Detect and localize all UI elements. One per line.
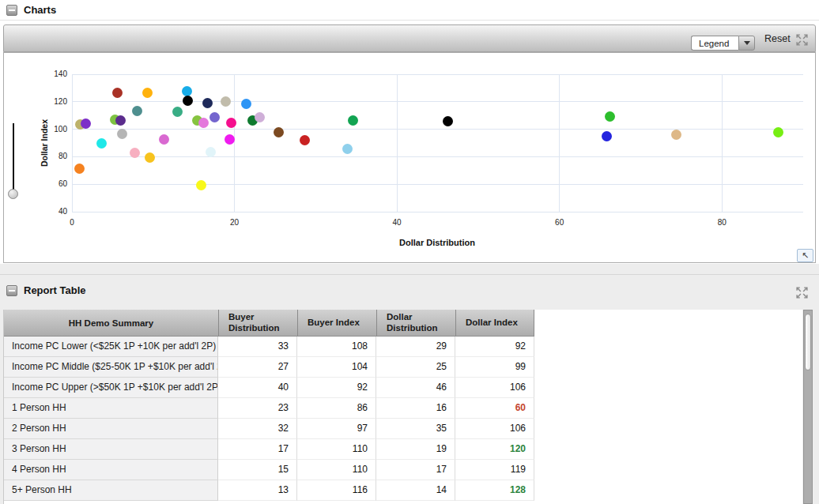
scatter-point[interactable] bbox=[74, 164, 85, 174]
y-tick-label: 60 bbox=[39, 179, 67, 188]
scatter-point[interactable] bbox=[221, 96, 231, 107]
scatter-point[interactable] bbox=[112, 88, 123, 98]
h-gridline bbox=[72, 184, 803, 185]
value-cell: 40 bbox=[218, 378, 297, 398]
scatter-point[interactable] bbox=[132, 106, 142, 116]
scatter-point[interactable] bbox=[443, 116, 453, 126]
report-table-title: Report Table bbox=[24, 284, 86, 296]
scatter-point[interactable] bbox=[81, 118, 91, 129]
table-row[interactable]: 1 Person HH23861660 bbox=[4, 398, 534, 419]
legend-dropdown-button[interactable] bbox=[738, 36, 755, 51]
value-cell: 128 bbox=[455, 480, 534, 501]
x-tick-label: 0 bbox=[56, 218, 88, 227]
scatter-point[interactable] bbox=[130, 148, 140, 158]
value-cell: 13 bbox=[218, 480, 297, 501]
maximize-chart-icon[interactable] bbox=[795, 33, 809, 47]
value-cell: 110 bbox=[297, 439, 376, 460]
table-row[interactable]: 4 Person HH1511017119 bbox=[4, 460, 534, 480]
zoom-slider-handle[interactable] bbox=[8, 189, 18, 199]
v-gridline bbox=[234, 74, 235, 212]
header-divider bbox=[0, 20, 819, 21]
row-label-cell: Income PC Middle ($25-50K 1P +$10K per a… bbox=[4, 357, 218, 378]
scatter-point[interactable] bbox=[671, 130, 681, 140]
row-label-cell: Income PC Lower (<$25K 1P +10K per add'l… bbox=[4, 337, 218, 357]
legend-dropdown[interactable]: Legend bbox=[691, 36, 755, 51]
v-gridline bbox=[397, 74, 398, 212]
scatter-point[interactable] bbox=[225, 134, 235, 145]
value-cell: 110 bbox=[297, 460, 376, 480]
v-gridline bbox=[722, 74, 723, 212]
scatter-plot bbox=[72, 74, 803, 212]
legend-dropdown-value[interactable]: Legend bbox=[691, 36, 738, 51]
h-gridline bbox=[72, 212, 803, 213]
scatter-point[interactable] bbox=[117, 129, 127, 139]
collapse-report-table-icon[interactable] bbox=[6, 285, 17, 296]
section-divider bbox=[0, 274, 819, 275]
scatter-point[interactable] bbox=[209, 112, 220, 122]
reset-button[interactable]: Reset bbox=[764, 33, 791, 44]
scatter-point[interactable] bbox=[602, 131, 612, 141]
table-row[interactable]: Income PC Middle ($25-50K 1P +$10K per a… bbox=[4, 357, 534, 378]
value-cell: 119 bbox=[455, 460, 534, 480]
value-cell: 116 bbox=[297, 480, 376, 501]
y-tick-label: 120 bbox=[39, 97, 67, 106]
scatter-point[interactable] bbox=[172, 107, 183, 117]
table-row[interactable]: 5+ Person HH1311614128 bbox=[4, 480, 534, 501]
value-cell: 25 bbox=[376, 357, 455, 378]
table-row[interactable]: Income PC Upper (>$50K 1P +$10K per add'… bbox=[4, 378, 534, 398]
scatter-point[interactable] bbox=[196, 180, 206, 190]
value-cell: 92 bbox=[297, 378, 376, 398]
charts-section-title: Charts bbox=[24, 4, 56, 16]
value-cell: 104 bbox=[297, 357, 376, 378]
report-table-header: Report Table bbox=[6, 284, 86, 296]
scatter-point[interactable] bbox=[183, 96, 193, 106]
y-tick-label: 40 bbox=[39, 207, 67, 216]
table-row[interactable]: 3 Person HH1711019120 bbox=[4, 439, 534, 460]
table-row[interactable]: 2 Person HH329735106 bbox=[4, 419, 534, 439]
restore-chart-button[interactable]: ↖ bbox=[797, 249, 813, 262]
scatter-point[interactable] bbox=[202, 98, 213, 108]
column-header-buyer-distribution[interactable]: Buyer Distribution bbox=[218, 310, 297, 336]
scatter-point[interactable] bbox=[342, 144, 353, 154]
collapse-charts-icon[interactable] bbox=[6, 5, 17, 16]
value-cell: 27 bbox=[218, 357, 297, 378]
value-cell: 23 bbox=[218, 398, 297, 419]
scatter-point[interactable] bbox=[255, 112, 265, 122]
report-table-section: Report Table HH Demo Summary Buyer Distr… bbox=[0, 264, 819, 504]
table-scrollbar-thumb[interactable] bbox=[805, 314, 811, 370]
value-cell: 33 bbox=[218, 337, 297, 357]
h-gridline bbox=[72, 156, 803, 157]
scatter-point[interactable] bbox=[241, 99, 251, 109]
column-header-buyer-index[interactable]: Buyer Index bbox=[297, 310, 376, 336]
table-row[interactable]: Income PC Lower (<$25K 1P +10K per add'l… bbox=[4, 337, 534, 357]
maximize-table-icon[interactable] bbox=[795, 286, 809, 299]
value-cell: 92 bbox=[455, 337, 534, 357]
restore-arrow-icon: ↖ bbox=[802, 250, 809, 260]
scatter-point[interactable] bbox=[300, 135, 310, 145]
v-gridline bbox=[72, 74, 73, 212]
scatter-point[interactable] bbox=[206, 147, 216, 157]
table-scrollbar[interactable] bbox=[803, 310, 813, 504]
value-cell: 19 bbox=[376, 439, 455, 460]
row-label-cell: 4 Person HH bbox=[4, 460, 218, 480]
scatter-point[interactable] bbox=[142, 88, 153, 98]
scatter-point[interactable] bbox=[198, 118, 209, 128]
scatter-point[interactable] bbox=[115, 115, 126, 126]
x-tick-label: 40 bbox=[381, 218, 413, 227]
y-tick-label: 100 bbox=[39, 125, 67, 134]
scatter-point[interactable] bbox=[159, 134, 169, 145]
column-header-hh-demo-summary[interactable]: HH Demo Summary bbox=[4, 310, 218, 336]
column-header-dollar-distribution[interactable]: Dollar Distribution bbox=[376, 310, 455, 336]
row-label-cell: 5+ Person HH bbox=[4, 480, 218, 501]
column-header-dollar-index[interactable]: Dollar Index bbox=[455, 310, 534, 336]
scatter-point[interactable] bbox=[145, 152, 155, 163]
app-page: Charts Legend Reset Dollar Index Dollar … bbox=[0, 0, 819, 504]
scatter-point[interactable] bbox=[348, 115, 358, 126]
table-body: Income PC Lower (<$25K 1P +10K per add'l… bbox=[4, 337, 802, 501]
scatter-point[interactable] bbox=[274, 127, 284, 137]
scatter-point[interactable] bbox=[96, 138, 107, 149]
scatter-point[interactable] bbox=[605, 111, 615, 122]
scatter-point[interactable] bbox=[773, 127, 783, 137]
value-cell: 15 bbox=[218, 460, 297, 480]
row-label-cell: 3 Person HH bbox=[4, 439, 218, 460]
